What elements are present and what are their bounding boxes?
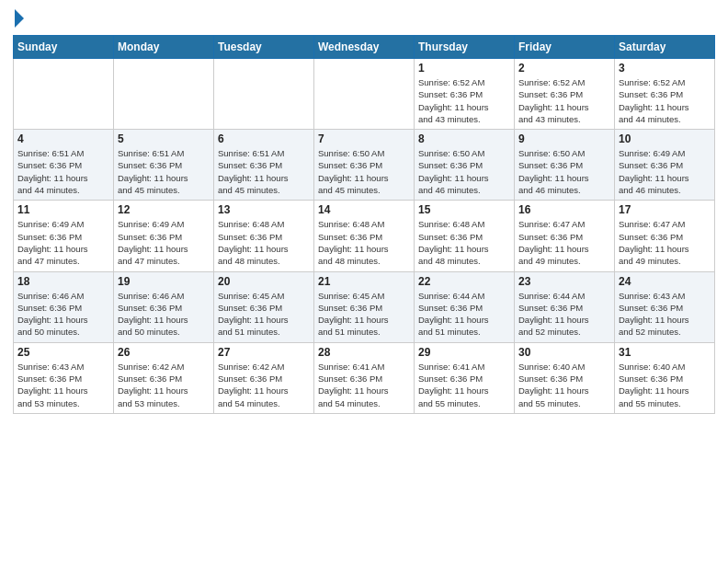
day-number: 10 [619,132,711,145]
day-info: Sunrise: 6:49 AMSunset: 6:36 PMDaylight:… [118,218,210,267]
calendar-week-row: 11Sunrise: 6:49 AMSunset: 6:36 PMDayligh… [14,201,715,271]
calendar-cell: 2Sunrise: 6:52 AMSunset: 6:36 PMDaylight… [515,59,615,130]
calendar-day-header: Tuesday [214,36,314,59]
calendar-cell: 18Sunrise: 6:46 AMSunset: 6:36 PMDayligh… [14,271,114,342]
day-info: Sunrise: 6:48 AMSunset: 6:36 PMDaylight:… [318,218,410,267]
calendar-cell: 3Sunrise: 6:52 AMSunset: 6:36 PMDaylight… [615,59,715,130]
calendar-cell: 8Sunrise: 6:50 AMSunset: 6:36 PMDaylight… [415,130,515,201]
calendar-week-row: 4Sunrise: 6:51 AMSunset: 6:36 PMDaylight… [14,130,715,201]
calendar-cell: 24Sunrise: 6:43 AMSunset: 6:36 PMDayligh… [615,271,715,342]
day-info: Sunrise: 6:51 AMSunset: 6:36 PMDaylight:… [17,147,109,196]
day-info: Sunrise: 6:49 AMSunset: 6:36 PMDaylight:… [619,147,711,196]
day-number: 8 [418,132,510,145]
day-number: 1 [418,62,510,75]
day-number: 7 [318,132,410,145]
day-number: 13 [218,203,310,216]
day-info: Sunrise: 6:51 AMSunset: 6:36 PMDaylight:… [118,147,210,196]
calendar-week-row: 1Sunrise: 6:52 AMSunset: 6:36 PMDaylight… [14,59,715,130]
day-number: 16 [518,203,610,216]
calendar-cell [214,59,314,130]
calendar-cell: 23Sunrise: 6:44 AMSunset: 6:36 PMDayligh… [515,271,615,342]
calendar-table: SundayMondayTuesdayWednesdayThursdayFrid… [13,35,715,414]
day-number: 12 [118,203,210,216]
day-info: Sunrise: 6:49 AMSunset: 6:36 PMDaylight:… [17,218,109,267]
calendar-header-row: SundayMondayTuesdayWednesdayThursdayFrid… [14,36,715,59]
day-number: 11 [17,203,109,216]
logo [13,9,24,29]
day-number: 22 [418,275,510,288]
calendar-day-header: Monday [114,36,214,59]
day-info: Sunrise: 6:50 AMSunset: 6:36 PMDaylight:… [518,147,610,196]
calendar-cell: 12Sunrise: 6:49 AMSunset: 6:36 PMDayligh… [114,201,214,271]
day-info: Sunrise: 6:48 AMSunset: 6:36 PMDaylight:… [218,218,310,267]
day-info: Sunrise: 6:50 AMSunset: 6:36 PMDaylight:… [418,147,510,196]
calendar-cell: 27Sunrise: 6:42 AMSunset: 6:36 PMDayligh… [214,342,314,413]
day-info: Sunrise: 6:47 AMSunset: 6:36 PMDaylight:… [619,218,711,267]
day-info: Sunrise: 6:46 AMSunset: 6:36 PMDaylight:… [118,290,210,339]
day-number: 19 [118,275,210,288]
calendar-day-header: Sunday [14,36,114,59]
calendar-cell [14,59,114,130]
calendar-cell: 15Sunrise: 6:48 AMSunset: 6:36 PMDayligh… [415,201,515,271]
calendar-cell: 25Sunrise: 6:43 AMSunset: 6:36 PMDayligh… [14,342,114,413]
calendar-cell [314,59,415,130]
day-info: Sunrise: 6:40 AMSunset: 6:36 PMDaylight:… [518,361,610,409]
calendar-cell: 22Sunrise: 6:44 AMSunset: 6:36 PMDayligh… [415,271,515,342]
day-number: 27 [218,346,310,359]
day-info: Sunrise: 6:41 AMSunset: 6:36 PMDaylight:… [418,361,510,409]
day-info: Sunrise: 6:45 AMSunset: 6:36 PMDaylight:… [318,290,410,339]
day-info: Sunrise: 6:48 AMSunset: 6:36 PMDaylight:… [418,218,510,267]
day-info: Sunrise: 6:44 AMSunset: 6:36 PMDaylight:… [418,290,510,339]
calendar-cell [114,59,214,130]
day-info: Sunrise: 6:43 AMSunset: 6:36 PMDaylight:… [619,290,711,339]
calendar-day-header: Wednesday [314,36,415,59]
day-number: 28 [318,346,410,359]
calendar-cell: 14Sunrise: 6:48 AMSunset: 6:36 PMDayligh… [314,201,415,271]
day-info: Sunrise: 6:44 AMSunset: 6:36 PMDaylight:… [518,290,610,339]
calendar-cell: 10Sunrise: 6:49 AMSunset: 6:36 PMDayligh… [615,130,715,201]
day-number: 30 [518,346,610,359]
day-number: 23 [518,275,610,288]
day-info: Sunrise: 6:46 AMSunset: 6:36 PMDaylight:… [17,290,109,339]
calendar-cell: 4Sunrise: 6:51 AMSunset: 6:36 PMDaylight… [14,130,114,201]
page: SundayMondayTuesdayWednesdayThursdayFrid… [0,0,728,563]
day-info: Sunrise: 6:52 AMSunset: 6:36 PMDaylight:… [418,76,510,125]
day-info: Sunrise: 6:41 AMSunset: 6:36 PMDaylight:… [318,361,410,409]
calendar-cell: 17Sunrise: 6:47 AMSunset: 6:36 PMDayligh… [615,201,715,271]
day-number: 31 [619,346,711,359]
day-info: Sunrise: 6:47 AMSunset: 6:36 PMDaylight:… [518,218,610,267]
day-number: 6 [218,132,310,145]
day-number: 26 [118,346,210,359]
day-number: 29 [418,346,510,359]
day-number: 24 [619,275,711,288]
day-number: 25 [17,346,109,359]
calendar-cell: 30Sunrise: 6:40 AMSunset: 6:36 PMDayligh… [515,342,615,413]
day-info: Sunrise: 6:42 AMSunset: 6:36 PMDaylight:… [118,361,210,409]
header [13,9,715,29]
day-number: 18 [17,275,109,288]
day-number: 17 [619,203,711,216]
day-number: 15 [418,203,510,216]
day-info: Sunrise: 6:40 AMSunset: 6:36 PMDaylight:… [619,361,711,409]
calendar-cell: 6Sunrise: 6:51 AMSunset: 6:36 PMDaylight… [214,130,314,201]
day-number: 5 [118,132,210,145]
calendar-day-header: Thursday [415,36,515,59]
day-number: 14 [318,203,410,216]
day-number: 2 [518,62,610,75]
day-number: 20 [218,275,310,288]
calendar-day-header: Friday [515,36,615,59]
day-number: 21 [318,275,410,288]
day-info: Sunrise: 6:51 AMSunset: 6:36 PMDaylight:… [218,147,310,196]
calendar-cell: 5Sunrise: 6:51 AMSunset: 6:36 PMDaylight… [114,130,214,201]
calendar-cell: 20Sunrise: 6:45 AMSunset: 6:36 PMDayligh… [214,271,314,342]
day-info: Sunrise: 6:43 AMSunset: 6:36 PMDaylight:… [17,361,109,409]
calendar-cell: 13Sunrise: 6:48 AMSunset: 6:36 PMDayligh… [214,201,314,271]
day-number: 4 [17,132,109,145]
day-info: Sunrise: 6:52 AMSunset: 6:36 PMDaylight:… [619,76,711,125]
calendar-week-row: 25Sunrise: 6:43 AMSunset: 6:36 PMDayligh… [14,342,715,413]
calendar-cell: 9Sunrise: 6:50 AMSunset: 6:36 PMDaylight… [515,130,615,201]
calendar-week-row: 18Sunrise: 6:46 AMSunset: 6:36 PMDayligh… [14,271,715,342]
calendar-cell: 19Sunrise: 6:46 AMSunset: 6:36 PMDayligh… [114,271,214,342]
calendar-cell: 21Sunrise: 6:45 AMSunset: 6:36 PMDayligh… [314,271,415,342]
calendar-cell: 26Sunrise: 6:42 AMSunset: 6:36 PMDayligh… [114,342,214,413]
